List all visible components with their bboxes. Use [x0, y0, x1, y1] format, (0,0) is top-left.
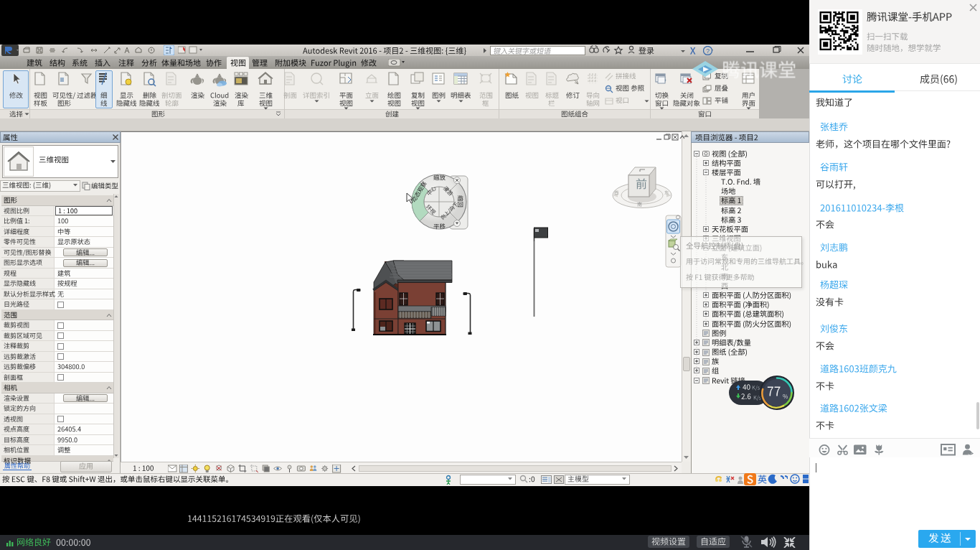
svg-text:?: ?: [706, 47, 710, 55]
